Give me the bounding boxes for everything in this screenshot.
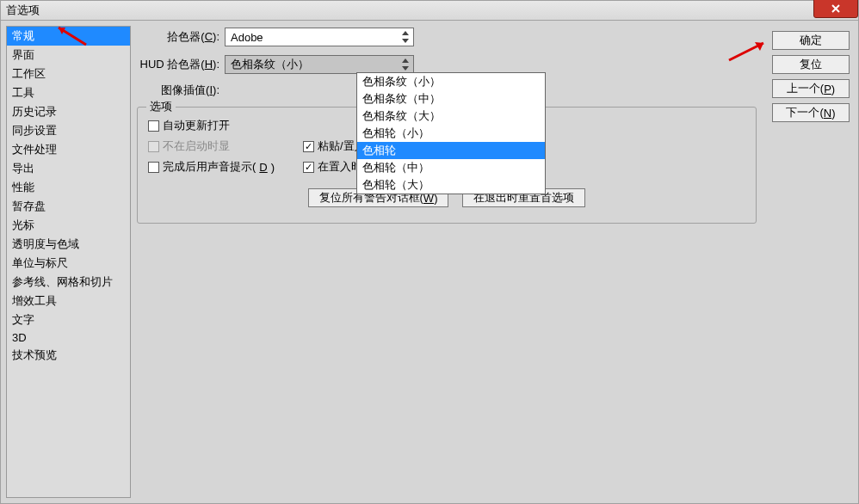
- chk-sound[interactable]: 完成后用声音提示(D): [148, 159, 303, 175]
- content: 确定 复位 上一个(P) 下一个(N) 拾色器(C): Adobe HUD 拾色…: [133, 21, 858, 503]
- sidebar-item-transparency[interactable]: 透明度与色域: [7, 235, 130, 254]
- options-group-title: 选项: [146, 99, 176, 114]
- dropdown-item[interactable]: 色相条纹（大）: [357, 108, 545, 125]
- sidebar-item-scratch[interactable]: 暂存盘: [7, 197, 130, 216]
- sidebar-item-performance[interactable]: 性能: [7, 178, 130, 197]
- sidebar-item-tools[interactable]: 工具: [7, 83, 130, 102]
- dropdown-item[interactable]: 色相轮: [357, 142, 545, 159]
- hud-value: 色相条纹（小）: [231, 57, 309, 72]
- hud-dropdown[interactable]: 色相条纹（小） 色相条纹（中） 色相条纹（大） 色相轮（小） 色相轮 色相轮（中…: [356, 72, 546, 194]
- sidebar-item-techpreview[interactable]: 技术预览: [7, 346, 130, 365]
- titlebar: 首选项: [0, 0, 859, 21]
- dropdown-item[interactable]: 色相条纹（中）: [357, 90, 545, 108]
- reset-button[interactable]: 复位: [772, 55, 850, 74]
- picker-value: Adobe: [231, 31, 263, 44]
- dropdown-item[interactable]: 色相条纹（小）: [357, 73, 545, 90]
- hud-combo[interactable]: 色相条纹（小）: [225, 55, 414, 74]
- row-hud: HUD 拾色器(H): 色相条纹（小）: [137, 55, 851, 74]
- checkbox-icon: [148, 162, 159, 173]
- picker-label: 拾色器(C):: [137, 29, 219, 45]
- picker-combo[interactable]: Adobe: [225, 28, 414, 46]
- main-panel: 常规 界面 工作区 工具 历史记录 同步设置 文件处理 导出 性能 暂存盘 光标…: [0, 21, 859, 504]
- sidebar-item-type[interactable]: 文字: [7, 310, 130, 329]
- sidebar-item-workspace[interactable]: 工作区: [7, 65, 130, 83]
- chk-startup-disabled: 不在启动时显: [148, 138, 303, 154]
- prev-button[interactable]: 上一个(P): [772, 79, 850, 98]
- chk-auto-update[interactable]: 自动更新打开: [148, 118, 303, 133]
- window-title: 首选项: [6, 3, 40, 18]
- sidebar-item-guides[interactable]: 参考线、网格和切片: [7, 273, 130, 292]
- checkbox-icon: [148, 141, 159, 152]
- dropdown-item[interactable]: 色相轮（大）: [357, 176, 545, 194]
- sidebar-item-sync[interactable]: 同步设置: [7, 121, 130, 140]
- sidebar-item-units[interactable]: 单位与标尺: [7, 254, 130, 273]
- close-button[interactable]: [813, 0, 858, 18]
- ok-button[interactable]: 确定: [772, 31, 850, 50]
- action-column: 确定 复位 上一个(P) 下一个(N): [772, 31, 850, 122]
- dropdown-item[interactable]: 色相轮（中）: [357, 159, 545, 176]
- next-button[interactable]: 下一个(N): [772, 103, 850, 122]
- sidebar-item-3d[interactable]: 3D: [7, 329, 130, 346]
- sidebar-item-history[interactable]: 历史记录: [7, 102, 130, 121]
- dropdown-item[interactable]: 色相轮（小）: [357, 125, 545, 142]
- sidebar-item-interface[interactable]: 界面: [7, 46, 130, 65]
- interp-label: 图像插值(I):: [137, 83, 219, 98]
- hud-label: HUD 拾色器(H):: [137, 57, 219, 72]
- checkbox-icon: ✓: [303, 162, 314, 173]
- sidebar-item-export[interactable]: 导出: [7, 159, 130, 178]
- sidebar: 常规 界面 工作区 工具 历史记录 同步设置 文件处理 导出 性能 暂存盘 光标…: [6, 26, 131, 498]
- sidebar-item-plugins[interactable]: 增效工具: [7, 292, 130, 310]
- close-icon: [830, 3, 842, 15]
- sidebar-item-general[interactable]: 常规: [7, 27, 130, 46]
- checkbox-icon: [148, 120, 159, 132]
- sidebar-item-cursor[interactable]: 光标: [7, 216, 130, 235]
- checkbox-icon: ✓: [303, 141, 314, 152]
- row-picker: 拾色器(C): Adobe: [137, 28, 851, 46]
- sidebar-item-filehandling[interactable]: 文件处理: [7, 140, 130, 159]
